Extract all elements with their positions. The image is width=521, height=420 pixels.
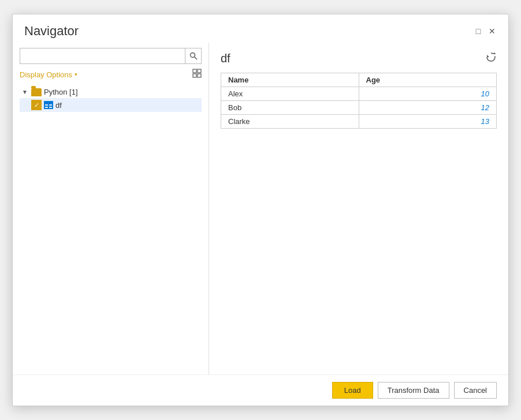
refresh-icon [485, 51, 497, 63]
svg-rect-4 [193, 74, 196, 77]
navigator-dialog: Navigator □ ✕ Display Options [12, 14, 509, 406]
preview-header: df [221, 51, 497, 66]
cell-name: Bob [221, 101, 359, 115]
display-options-button[interactable]: Display Options ▾ [20, 70, 77, 79]
options-row: Display Options ▾ [20, 69, 202, 80]
tree-node-df[interactable]: ✓ df [20, 98, 202, 112]
folder-icon [31, 88, 42, 96]
view-icon [192, 69, 202, 78]
content-area: Display Options ▾ ▼ [13, 43, 508, 374]
root-node-label: Python [1] [44, 88, 78, 96]
transform-data-button[interactable]: Transform Data [378, 382, 449, 399]
preview-table: Name Age Alex10Bob12Clarke13 [221, 73, 497, 129]
svg-line-1 [194, 57, 197, 60]
minimize-button[interactable]: □ [474, 27, 483, 36]
table-header-row: Name Age [221, 73, 497, 87]
dialog-title: Navigator [24, 24, 79, 39]
svg-rect-5 [198, 74, 201, 77]
table-icon [44, 101, 53, 109]
table-row: Alex10 [221, 87, 497, 101]
search-icon [189, 52, 198, 60]
chevron-down-icon: ▾ [75, 72, 77, 77]
svg-rect-2 [193, 69, 196, 73]
table-row: Bob12 [221, 101, 497, 115]
preview-title: df [221, 52, 230, 65]
col-header-age: Age [359, 73, 497, 87]
table-body: Alex10Bob12Clarke13 [221, 87, 497, 129]
cancel-button[interactable]: Cancel [454, 382, 497, 399]
right-panel: df Name Age [209, 43, 508, 374]
view-toggle-button[interactable] [192, 69, 202, 80]
svg-point-0 [190, 53, 195, 58]
cell-age: 10 [359, 87, 497, 101]
search-row [20, 48, 202, 64]
close-button[interactable]: ✕ [487, 27, 497, 36]
search-button[interactable] [185, 48, 202, 64]
left-panel: Display Options ▾ ▼ [13, 43, 209, 374]
cell-name: Alex [221, 87, 359, 101]
tree-toggle-icon: ▼ [22, 89, 31, 95]
tree-area: ▼ Python [1] ✓ df [20, 86, 202, 370]
table-head: Name Age [221, 73, 497, 87]
svg-marker-6 [487, 55, 489, 57]
refresh-button[interactable] [485, 51, 497, 66]
svg-rect-3 [198, 69, 201, 73]
display-options-label: Display Options [20, 70, 72, 79]
load-button[interactable]: Load [332, 382, 373, 399]
df-checkbox[interactable]: ✓ [31, 100, 42, 110]
title-bar: Navigator □ ✕ [13, 14, 508, 43]
tree-node-root[interactable]: ▼ Python [1] [20, 86, 202, 98]
title-controls: □ ✕ [474, 27, 497, 36]
cell-age: 12 [359, 101, 497, 115]
search-input[interactable] [20, 48, 185, 64]
cell-name: Clarke [221, 115, 359, 129]
col-header-name: Name [221, 73, 359, 87]
table-icon-cell [44, 106, 49, 108]
table-icon-cell [49, 106, 53, 108]
table-row: Clarke13 [221, 115, 497, 129]
df-node-label: df [55, 101, 62, 110]
footer: Load Transform Data Cancel [13, 374, 508, 406]
cell-age: 13 [359, 115, 497, 129]
